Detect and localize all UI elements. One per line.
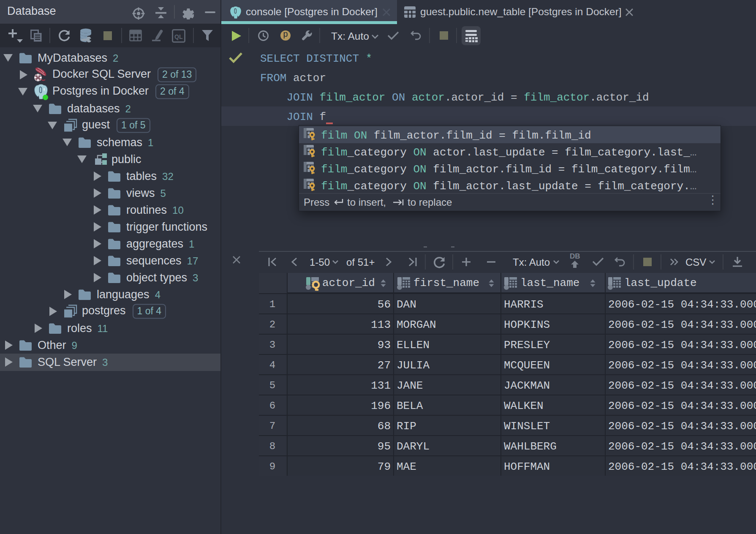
svg-text:QL: QL <box>174 33 183 40</box>
